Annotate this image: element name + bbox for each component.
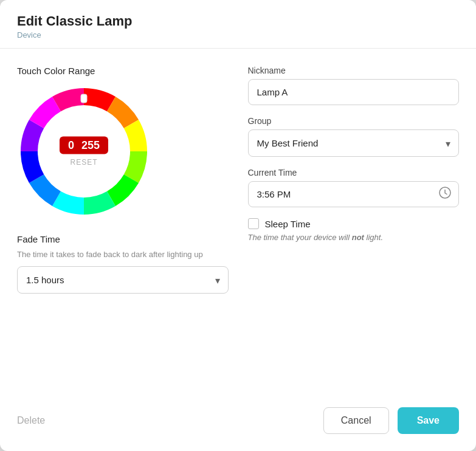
fade-time-select-wrapper: 0.5 hours 1 hour 1.5 hours 2 hours 3 hou…: [17, 266, 229, 294]
nickname-input[interactable]: [248, 79, 460, 105]
sleep-desc-post: light.: [364, 233, 383, 242]
wheel-center: 0 255 RESET: [60, 137, 108, 167]
sleep-time-group: Sleep Time The time that your device wil…: [248, 218, 460, 242]
color-wheel-wrapper[interactable]: 0 255 RESET: [17, 84, 151, 218]
right-panel: Nickname Group My Best Friend Living Roo…: [248, 66, 460, 390]
dialog-title: Edit Classic Lamp: [17, 13, 459, 29]
wheel-min-value: 0: [68, 139, 74, 152]
sleep-desc-pre: The time that your device will: [248, 233, 352, 242]
cancel-button[interactable]: Cancel: [323, 407, 389, 434]
footer-right: Cancel Save: [323, 407, 459, 434]
dialog-header: Edit Classic Lamp Device: [0, 0, 476, 49]
nickname-label: Nickname: [248, 66, 460, 75]
current-time-input-wrapper: [248, 181, 460, 207]
dialog-body: Touch Color Range: [0, 49, 476, 390]
save-button[interactable]: Save: [398, 407, 459, 434]
svg-rect-1: [81, 94, 87, 103]
group-label: Group: [248, 116, 460, 126]
current-time-group: Current Time: [248, 168, 460, 207]
wheel-max-value: 255: [81, 139, 100, 152]
nickname-group: Nickname: [248, 66, 460, 105]
group-select[interactable]: My Best Friend Living Room Bedroom: [248, 129, 460, 157]
sleep-time-desc: The time that your device will not light…: [248, 233, 460, 242]
dialog-subtitle: Device: [17, 30, 459, 40]
fade-time-section: Fade Time The time it takes to fade back…: [17, 234, 229, 294]
left-panel: Touch Color Range: [17, 66, 229, 390]
current-time-label: Current Time: [248, 168, 460, 177]
fade-time-desc: The time it takes to fade back to dark a…: [17, 249, 229, 260]
wheel-values[interactable]: 0 255: [60, 137, 108, 154]
fade-time-select[interactable]: 0.5 hours 1 hour 1.5 hours 2 hours 3 hou…: [17, 266, 229, 294]
sleep-desc-bold: not: [352, 233, 364, 242]
color-range-label: Touch Color Range: [17, 66, 95, 76]
dialog-footer: Delete Cancel Save: [0, 390, 476, 451]
sleep-time-row: Sleep Time: [248, 218, 460, 229]
fade-time-label: Fade Time: [17, 234, 229, 244]
wheel-reset-button[interactable]: RESET: [70, 158, 97, 167]
group-select-wrapper: My Best Friend Living Room Bedroom ▾: [248, 129, 460, 157]
sleep-time-label: Sleep Time: [265, 219, 311, 229]
edit-lamp-dialog: Edit Classic Lamp Device Touch Color Ran…: [0, 0, 476, 451]
group-group: Group My Best Friend Living Room Bedroom…: [248, 116, 460, 157]
sleep-time-checkbox[interactable]: [248, 218, 259, 229]
delete-button[interactable]: Delete: [17, 409, 45, 432]
color-wheel-section: Touch Color Range: [17, 66, 229, 218]
current-time-input[interactable]: [248, 181, 460, 207]
